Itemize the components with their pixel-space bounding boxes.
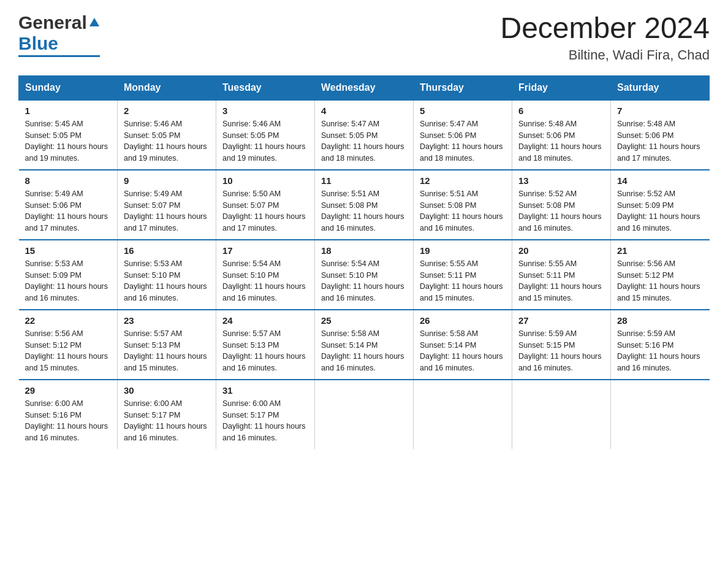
day-number: 1 [25, 105, 112, 116]
day-number: 4 [321, 105, 407, 116]
day-number: 17 [222, 245, 308, 256]
day-number: 31 [222, 385, 308, 396]
day-cell-empty [315, 380, 414, 449]
day-cell-28: 28 Sunrise: 5:59 AM Sunset: 5:16 PM Dayl… [611, 310, 710, 380]
day-cell-empty [414, 380, 512, 449]
day-info: Sunrise: 5:52 AM Sunset: 5:09 PM Dayligh… [617, 188, 703, 234]
day-info: Sunrise: 5:49 AM Sunset: 5:06 PM Dayligh… [25, 188, 112, 234]
page-subtitle: Biltine, Wadi Fira, Chad [500, 47, 710, 63]
day-cell-1: 1 Sunrise: 5:45 AM Sunset: 5:05 PM Dayli… [19, 100, 118, 170]
day-cell-19: 19 Sunrise: 5:55 AM Sunset: 5:11 PM Dayl… [414, 240, 512, 310]
day-cell-8: 8 Sunrise: 5:49 AM Sunset: 5:06 PM Dayli… [19, 170, 118, 240]
day-number: 5 [420, 105, 506, 116]
day-info: Sunrise: 5:46 AM Sunset: 5:05 PM Dayligh… [124, 118, 210, 164]
day-cell-7: 7 Sunrise: 5:48 AM Sunset: 5:06 PM Dayli… [611, 100, 710, 170]
header-wednesday: Wednesday [315, 75, 414, 100]
day-cell-26: 26 Sunrise: 5:58 AM Sunset: 5:14 PM Dayl… [414, 310, 512, 380]
day-number: 11 [321, 175, 407, 186]
day-cell-11: 11 Sunrise: 5:51 AM Sunset: 5:08 PM Dayl… [315, 170, 414, 240]
day-info: Sunrise: 5:50 AM Sunset: 5:07 PM Dayligh… [222, 188, 308, 234]
week-row-4: 22 Sunrise: 5:56 AM Sunset: 5:12 PM Dayl… [19, 310, 710, 380]
day-info: Sunrise: 5:59 AM Sunset: 5:15 PM Dayligh… [518, 328, 604, 374]
title-section: December 2024 Biltine, Wadi Fira, Chad [500, 12, 710, 63]
svg-marker-0 [89, 18, 99, 26]
day-info: Sunrise: 6:00 AM Sunset: 5:17 PM Dayligh… [222, 398, 308, 444]
day-info: Sunrise: 5:48 AM Sunset: 5:06 PM Dayligh… [518, 118, 604, 164]
day-info: Sunrise: 5:59 AM Sunset: 5:16 PM Dayligh… [617, 328, 703, 374]
day-number: 8 [25, 175, 112, 186]
day-number: 26 [420, 315, 506, 326]
day-number: 19 [420, 245, 506, 256]
day-cell-6: 6 Sunrise: 5:48 AM Sunset: 5:06 PM Dayli… [512, 100, 611, 170]
day-cell-31: 31 Sunrise: 6:00 AM Sunset: 5:17 PM Dayl… [216, 380, 315, 449]
day-info: Sunrise: 6:00 AM Sunset: 5:17 PM Dayligh… [124, 398, 210, 444]
day-number: 9 [124, 175, 210, 186]
header-sunday: Sunday [19, 75, 118, 100]
day-cell-30: 30 Sunrise: 6:00 AM Sunset: 5:17 PM Dayl… [118, 380, 216, 449]
day-cell-17: 17 Sunrise: 5:54 AM Sunset: 5:10 PM Dayl… [216, 240, 315, 310]
day-info: Sunrise: 5:53 AM Sunset: 5:09 PM Dayligh… [25, 258, 112, 304]
day-info: Sunrise: 5:56 AM Sunset: 5:12 PM Dayligh… [25, 328, 112, 374]
day-info: Sunrise: 5:51 AM Sunset: 5:08 PM Dayligh… [420, 188, 506, 234]
day-cell-12: 12 Sunrise: 5:51 AM Sunset: 5:08 PM Dayl… [414, 170, 512, 240]
day-info: Sunrise: 6:00 AM Sunset: 5:16 PM Dayligh… [25, 398, 112, 444]
day-info: Sunrise: 5:49 AM Sunset: 5:07 PM Dayligh… [124, 188, 210, 234]
day-cell-16: 16 Sunrise: 5:53 AM Sunset: 5:10 PM Dayl… [118, 240, 216, 310]
day-info: Sunrise: 5:54 AM Sunset: 5:10 PM Dayligh… [321, 258, 407, 304]
day-cell-22: 22 Sunrise: 5:56 AM Sunset: 5:12 PM Dayl… [19, 310, 118, 380]
calendar-table: SundayMondayTuesdayWednesdayThursdayFrid… [18, 75, 710, 449]
day-cell-24: 24 Sunrise: 5:57 AM Sunset: 5:13 PM Dayl… [216, 310, 315, 380]
day-info: Sunrise: 5:55 AM Sunset: 5:11 PM Dayligh… [518, 258, 604, 304]
day-cell-15: 15 Sunrise: 5:53 AM Sunset: 5:09 PM Dayl… [19, 240, 118, 310]
day-info: Sunrise: 5:48 AM Sunset: 5:06 PM Dayligh… [617, 118, 703, 164]
day-cell-29: 29 Sunrise: 6:00 AM Sunset: 5:16 PM Dayl… [19, 380, 118, 449]
header-thursday: Thursday [414, 75, 512, 100]
week-row-5: 29 Sunrise: 6:00 AM Sunset: 5:16 PM Dayl… [19, 380, 710, 449]
week-row-1: 1 Sunrise: 5:45 AM Sunset: 5:05 PM Dayli… [19, 100, 710, 170]
day-info: Sunrise: 5:51 AM Sunset: 5:08 PM Dayligh… [321, 188, 407, 234]
logo: General Blue [18, 12, 100, 57]
day-cell-20: 20 Sunrise: 5:55 AM Sunset: 5:11 PM Dayl… [512, 240, 611, 310]
day-cell-18: 18 Sunrise: 5:54 AM Sunset: 5:10 PM Dayl… [315, 240, 414, 310]
day-number: 13 [518, 175, 604, 186]
header-saturday: Saturday [611, 75, 710, 100]
logo-text: General Blue [18, 12, 100, 57]
day-number: 27 [518, 315, 604, 326]
day-cell-9: 9 Sunrise: 5:49 AM Sunset: 5:07 PM Dayli… [118, 170, 216, 240]
day-cell-21: 21 Sunrise: 5:56 AM Sunset: 5:12 PM Dayl… [611, 240, 710, 310]
day-cell-27: 27 Sunrise: 5:59 AM Sunset: 5:15 PM Dayl… [512, 310, 611, 380]
day-cell-empty [512, 380, 611, 449]
header-friday: Friday [512, 75, 611, 100]
day-info: Sunrise: 5:53 AM Sunset: 5:10 PM Dayligh… [124, 258, 210, 304]
day-info: Sunrise: 5:47 AM Sunset: 5:06 PM Dayligh… [420, 118, 506, 164]
day-number: 23 [124, 315, 210, 326]
day-cell-5: 5 Sunrise: 5:47 AM Sunset: 5:06 PM Dayli… [414, 100, 512, 170]
page-header: General Blue December 2024 Biltine, Wadi… [18, 12, 710, 63]
week-row-3: 15 Sunrise: 5:53 AM Sunset: 5:09 PM Dayl… [19, 240, 710, 310]
day-cell-10: 10 Sunrise: 5:50 AM Sunset: 5:07 PM Dayl… [216, 170, 315, 240]
week-row-2: 8 Sunrise: 5:49 AM Sunset: 5:06 PM Dayli… [19, 170, 710, 240]
day-cell-25: 25 Sunrise: 5:58 AM Sunset: 5:14 PM Dayl… [315, 310, 414, 380]
logo-blue: Blue [18, 33, 58, 54]
day-number: 7 [617, 105, 703, 116]
day-number: 16 [124, 245, 210, 256]
day-info: Sunrise: 5:58 AM Sunset: 5:14 PM Dayligh… [321, 328, 407, 374]
logo-triangle-icon [89, 17, 100, 30]
day-cell-empty [611, 380, 710, 449]
day-info: Sunrise: 5:55 AM Sunset: 5:11 PM Dayligh… [420, 258, 506, 304]
day-number: 25 [321, 315, 407, 326]
day-info: Sunrise: 5:58 AM Sunset: 5:14 PM Dayligh… [420, 328, 506, 374]
day-cell-14: 14 Sunrise: 5:52 AM Sunset: 5:09 PM Dayl… [611, 170, 710, 240]
day-info: Sunrise: 5:47 AM Sunset: 5:05 PM Dayligh… [321, 118, 407, 164]
day-number: 10 [222, 175, 308, 186]
day-number: 14 [617, 175, 703, 186]
day-number: 30 [124, 385, 210, 396]
day-cell-23: 23 Sunrise: 5:57 AM Sunset: 5:13 PM Dayl… [118, 310, 216, 380]
day-number: 21 [617, 245, 703, 256]
header-monday: Monday [118, 75, 216, 100]
day-number: 18 [321, 245, 407, 256]
day-info: Sunrise: 5:57 AM Sunset: 5:13 PM Dayligh… [124, 328, 210, 374]
day-number: 2 [124, 105, 210, 116]
day-number: 20 [518, 245, 604, 256]
logo-general: General [18, 12, 87, 33]
